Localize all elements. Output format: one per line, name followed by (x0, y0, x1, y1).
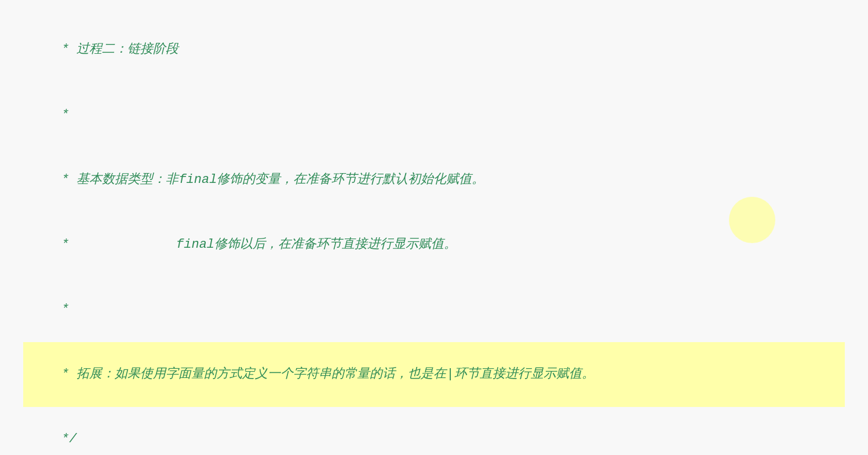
comment-text-3: * 基本数据类型：非final修饰的变量，在准备环节进行默认初始化赋值。 (54, 173, 485, 187)
comment-text-1: * 过程二：链接阶段 (54, 42, 179, 57)
comment-line-2: * (23, 82, 845, 147)
comment-line-5: * (23, 277, 845, 342)
comment-text-7: */ (54, 432, 77, 446)
comment-line-3: * 基本数据类型：非final修饰的变量，在准备环节进行默认初始化赋值。 (23, 147, 845, 212)
code-container: * 过程二：链接阶段 * * 基本数据类型：非final修饰的变量，在准备环节进… (23, 17, 845, 455)
comment-line-4: * final修饰以后，在准备环节直接进行显示赋值。 (23, 212, 845, 277)
highlight-decoration (729, 197, 775, 243)
comment-line-7: */ (23, 407, 845, 455)
comment-line-1: * 过程二：链接阶段 (23, 17, 845, 82)
comment-text-6: * 拓展：如果使用字面量的方式定义一个字符串的常量的话，也是在|环节直接进行显示… (54, 367, 595, 381)
comment-text-4: * final修饰以后，在准备环节直接进行显示赋值。 (54, 237, 457, 252)
comment-text-2: * (54, 108, 69, 122)
comment-line-6-highlighted: * 拓展：如果使用字面量的方式定义一个字符串的常量的话，也是在|环节直接进行显示… (23, 342, 845, 407)
comment-text-5: * (54, 302, 69, 317)
